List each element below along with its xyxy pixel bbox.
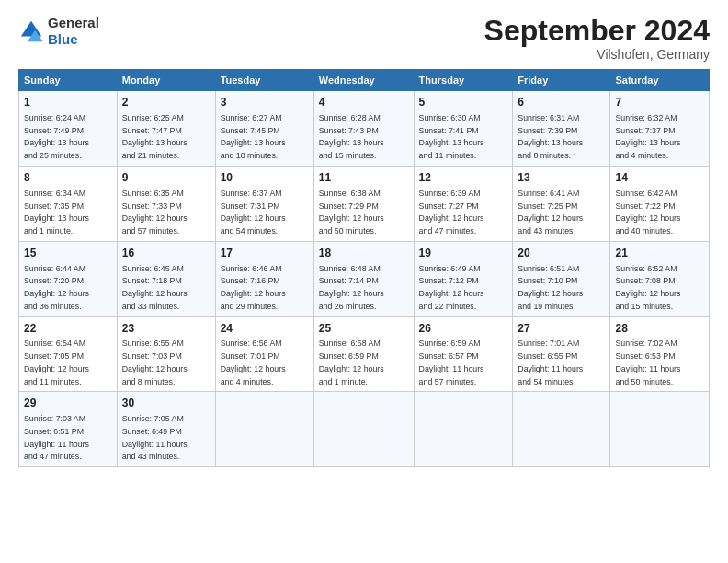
day-15: 15 Sunrise: 6:44 AMSunset: 7:20 PMDaylig… [19, 241, 118, 316]
header-saturday: Saturday [610, 70, 710, 91]
day-22: 22 Sunrise: 6:54 AMSunset: 7:05 PMDaylig… [19, 316, 118, 392]
header-thursday: Thursday [414, 70, 513, 91]
day-19: 19 Sunrise: 6:49 AMSunset: 7:12 PMDaylig… [414, 241, 513, 316]
day-24: 24 Sunrise: 6:56 AMSunset: 7:01 PMDaylig… [215, 316, 313, 392]
logo-text: General Blue [48, 15, 99, 48]
empty-cell-1 [215, 392, 313, 467]
day-9: 9 Sunrise: 6:35 AMSunset: 7:33 PMDayligh… [117, 166, 215, 241]
day-14: 14 Sunrise: 6:42 AMSunset: 7:22 PMDaylig… [610, 166, 710, 241]
header-tuesday: Tuesday [215, 70, 313, 91]
day-1: 1 Sunrise: 6:24 AMSunset: 7:49 PMDayligh… [19, 91, 118, 167]
day-10: 10 Sunrise: 6:37 AMSunset: 7:31 PMDaylig… [215, 166, 313, 241]
day-6: 6 Sunrise: 6:31 AMSunset: 7:39 PMDayligh… [513, 91, 610, 167]
calendar-table: Sunday Monday Tuesday Wednesday Thursday… [18, 69, 710, 467]
day-29: 29 Sunrise: 7:03 AMSunset: 6:51 PMDaylig… [19, 392, 118, 467]
header-sunday: Sunday [19, 70, 118, 91]
week-row-4: 22 Sunrise: 6:54 AMSunset: 7:05 PMDaylig… [19, 316, 710, 392]
day-13: 13 Sunrise: 6:41 AMSunset: 7:25 PMDaylig… [513, 166, 610, 241]
day-2: 2 Sunrise: 6:25 AMSunset: 7:47 PMDayligh… [117, 91, 215, 167]
day-28: 28 Sunrise: 7:02 AMSunset: 6:53 PMDaylig… [610, 316, 710, 392]
empty-cell-3 [414, 392, 513, 467]
day-18: 18 Sunrise: 6:48 AMSunset: 7:14 PMDaylig… [313, 241, 414, 316]
header-monday: Monday [117, 70, 215, 91]
day-11: 11 Sunrise: 6:38 AMSunset: 7:29 PMDaylig… [313, 166, 414, 241]
day-27: 27 Sunrise: 7:01 AMSunset: 6:55 PMDaylig… [513, 316, 610, 392]
week-row-3: 15 Sunrise: 6:44 AMSunset: 7:20 PMDaylig… [19, 241, 710, 316]
weekday-header-row: Sunday Monday Tuesday Wednesday Thursday… [19, 70, 710, 91]
page: General Blue September 2024 Vilshofen, G… [0, 0, 728, 563]
day-4: 4 Sunrise: 6:28 AMSunset: 7:43 PMDayligh… [313, 91, 414, 167]
day-25: 25 Sunrise: 6:58 AMSunset: 6:59 PMDaylig… [313, 316, 414, 392]
logo-icon [18, 18, 44, 44]
week-row-1: 1 Sunrise: 6:24 AMSunset: 7:49 PMDayligh… [19, 91, 710, 167]
day-21: 21 Sunrise: 6:52 AMSunset: 7:08 PMDaylig… [610, 241, 710, 316]
day-12: 12 Sunrise: 6:39 AMSunset: 7:27 PMDaylig… [414, 166, 513, 241]
header-friday: Friday [513, 70, 610, 91]
day-7: 7 Sunrise: 6:32 AMSunset: 7:37 PMDayligh… [610, 91, 710, 167]
location-subtitle: Vilshofen, Germany [484, 47, 710, 62]
logo-general: General [48, 15, 99, 30]
week-row-5: 29 Sunrise: 7:03 AMSunset: 6:51 PMDaylig… [19, 392, 710, 467]
empty-cell-2 [313, 392, 414, 467]
month-title: September 2024 [484, 15, 710, 47]
empty-cell-5 [610, 392, 710, 467]
day-16: 16 Sunrise: 6:45 AMSunset: 7:18 PMDaylig… [117, 241, 215, 316]
header: General Blue September 2024 Vilshofen, G… [18, 15, 710, 62]
day-20: 20 Sunrise: 6:51 AMSunset: 7:10 PMDaylig… [513, 241, 610, 316]
day-8: 8 Sunrise: 6:34 AMSunset: 7:35 PMDayligh… [19, 166, 118, 241]
header-wednesday: Wednesday [313, 70, 414, 91]
week-row-2: 8 Sunrise: 6:34 AMSunset: 7:35 PMDayligh… [19, 166, 710, 241]
logo: General Blue [18, 15, 99, 48]
day-3: 3 Sunrise: 6:27 AMSunset: 7:45 PMDayligh… [215, 91, 313, 167]
day-30: 30 Sunrise: 7:05 AMSunset: 6:49 PMDaylig… [117, 392, 215, 467]
day-26: 26 Sunrise: 6:59 AMSunset: 6:57 PMDaylig… [414, 316, 513, 392]
logo-blue: Blue [48, 31, 78, 47]
day-5: 5 Sunrise: 6:30 AMSunset: 7:41 PMDayligh… [414, 91, 513, 167]
empty-cell-4 [513, 392, 610, 467]
day-17: 17 Sunrise: 6:46 AMSunset: 7:16 PMDaylig… [215, 241, 313, 316]
svg-marker-0 [21, 21, 41, 37]
title-block: September 2024 Vilshofen, Germany [484, 15, 710, 62]
day-23: 23 Sunrise: 6:55 AMSunset: 7:03 PMDaylig… [117, 316, 215, 392]
